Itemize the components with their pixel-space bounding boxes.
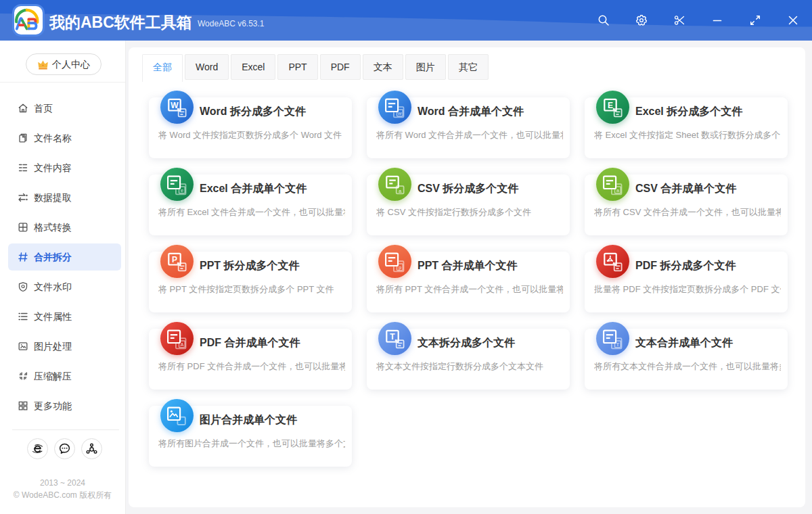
svg-text:e: e [181, 187, 183, 193]
svg-text:T: T [616, 342, 620, 348]
svg-text:E: E [608, 101, 613, 110]
svg-text:a: a [616, 187, 620, 193]
svg-text:T: T [390, 332, 395, 342]
svg-text:p: p [399, 264, 402, 271]
svg-text:P: P [172, 255, 177, 264]
svg-text:a: a [399, 188, 402, 194]
svg-text:A: A [180, 342, 184, 348]
